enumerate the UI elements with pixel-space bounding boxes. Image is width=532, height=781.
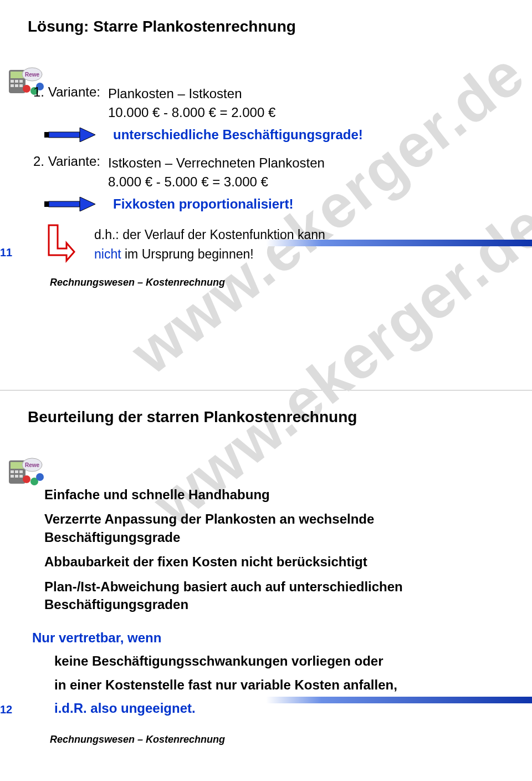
svg-rect-3 bbox=[15, 80, 18, 83]
svg-rect-7 bbox=[19, 84, 23, 87]
footer-gradient-bar bbox=[266, 240, 532, 246]
svg-rect-5 bbox=[11, 84, 14, 87]
svg-rect-6 bbox=[15, 84, 18, 87]
list-item: Verzerrte Anpassung der Plankosten an we… bbox=[44, 510, 504, 546]
variant1-line2: 10.000 € - 8.000 € = 2.000 € bbox=[108, 103, 504, 122]
variant1-label: 1. Variante: bbox=[33, 84, 108, 100]
svg-rect-16 bbox=[44, 201, 49, 207]
variant-2: 2. Variante: Istkosten – Verrechneten Pl… bbox=[33, 154, 504, 191]
corner-logo: Rewe bbox=[6, 455, 45, 488]
svg-text:Rewe: Rewe bbox=[25, 72, 40, 78]
slide-title: Beurteilung der starren Plankostenrechnu… bbox=[28, 408, 504, 426]
right-arrow-icon bbox=[44, 197, 95, 211]
svg-rect-24 bbox=[19, 470, 23, 473]
condition-title: Nur vertretbar, wenn bbox=[32, 630, 504, 646]
list-item: Einfache und schnelle Handhabung bbox=[44, 486, 504, 504]
svg-point-32 bbox=[36, 473, 44, 481]
svg-rect-17 bbox=[49, 201, 80, 207]
svg-rect-22 bbox=[11, 470, 14, 473]
slide-title: Lösung: Starre Plankostenrechnung bbox=[28, 18, 504, 36]
svg-rect-13 bbox=[44, 132, 49, 138]
page-number: 12 bbox=[0, 703, 477, 716]
svg-rect-2 bbox=[11, 80, 14, 83]
variant-1: 1. Variante: Plankosten – Istkosten 10.0… bbox=[33, 84, 504, 121]
condition-line-2: in einer Kostenstelle fast nur variable … bbox=[54, 676, 504, 694]
svg-marker-15 bbox=[80, 128, 95, 142]
variant1-line1: Plankosten – Istkosten bbox=[108, 84, 504, 103]
arrow1-text: unterschiedliche Beschäftigungsgrade! bbox=[113, 127, 363, 143]
list-item: Plan-/Ist-Abweichung basiert auch auf un… bbox=[44, 578, 504, 614]
svg-rect-19 bbox=[266, 240, 532, 246]
svg-rect-26 bbox=[15, 475, 18, 478]
condition-line-1: keine Beschäftigungsschwankungen vorlieg… bbox=[54, 652, 504, 670]
variant2-label: 2. Variante: bbox=[33, 154, 108, 169]
bullet-list: Einfache und schnelle Handhabung Verzerr… bbox=[44, 486, 504, 613]
svg-rect-27 bbox=[19, 475, 23, 478]
footer-gradient-bar bbox=[266, 697, 532, 703]
svg-rect-4 bbox=[19, 80, 23, 83]
page-number: 11 bbox=[0, 246, 477, 259]
variant2-line1: Istkosten – Verrechneten Plankosten bbox=[108, 154, 504, 173]
svg-rect-21 bbox=[11, 462, 24, 469]
svg-rect-25 bbox=[11, 475, 14, 478]
svg-point-10 bbox=[23, 85, 30, 93]
arrow2-text: Fixkosten proportionalisiert! bbox=[113, 196, 293, 212]
svg-text:Rewe: Rewe bbox=[25, 462, 40, 468]
svg-rect-14 bbox=[49, 132, 80, 138]
footer-text: Rechnungswesen – Kostenrechnung bbox=[50, 734, 526, 746]
footer-text: Rechnungswesen – Kostenrechnung bbox=[50, 277, 526, 288]
down-right-arrow-icon bbox=[44, 223, 75, 266]
right-arrow-icon bbox=[44, 128, 95, 142]
svg-rect-1 bbox=[11, 72, 24, 78]
arrow-note-2: Fixkosten proportionalisiert! bbox=[44, 196, 504, 212]
svg-rect-33 bbox=[266, 697, 532, 703]
slide-11: www.ekerger.de Lösung: Starre Plankosten… bbox=[0, 0, 532, 390]
list-item: Abbaubarkeit der fixen Kosten nicht berü… bbox=[44, 553, 504, 571]
svg-marker-18 bbox=[80, 197, 95, 211]
slide-12: www.ekerger.de Beurteilung der starren P… bbox=[0, 390, 532, 781]
variant2-line2: 8.000 € - 5.000 € = 3.000 € bbox=[108, 173, 504, 191]
svg-rect-23 bbox=[15, 470, 18, 473]
arrow-note-1: unterschiedliche Beschäftigungsgrade! bbox=[44, 127, 504, 143]
svg-point-30 bbox=[23, 475, 30, 483]
